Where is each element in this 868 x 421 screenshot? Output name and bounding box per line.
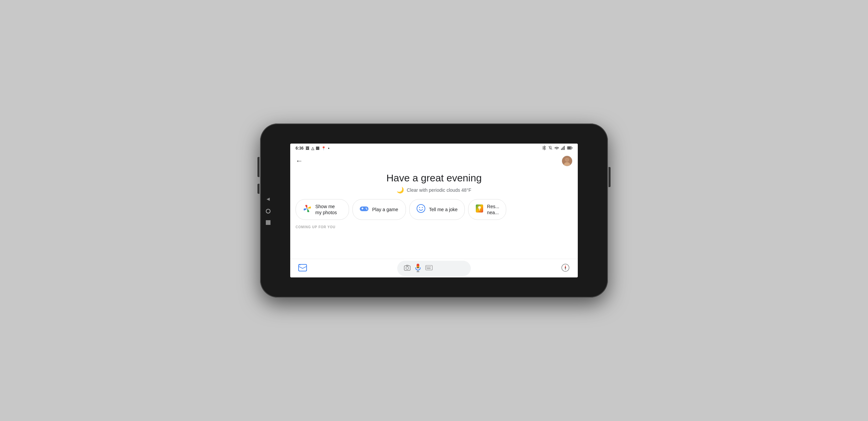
back-button[interactable]: ← (296, 157, 303, 165)
keyboard-icon[interactable] (425, 265, 433, 272)
svg-rect-23 (299, 264, 307, 271)
phone-screen: 6:36 🖼 △ 📍 • (290, 144, 578, 277)
gamepad-icon (360, 205, 369, 214)
svg-rect-43 (428, 268, 428, 268)
svg-point-18 (419, 207, 420, 208)
input-area[interactable] (397, 261, 471, 276)
power-button[interactable] (257, 184, 259, 194)
mute-icon (548, 146, 552, 151)
svg-rect-34 (416, 266, 419, 267)
volume-button[interactable] (257, 157, 259, 177)
svg-point-11 (565, 158, 568, 161)
suggestion-chips: Show me my photos (290, 199, 578, 220)
svg-rect-27 (404, 266, 410, 271)
moon-icon: 🌙 (397, 187, 404, 194)
svg-rect-45 (430, 268, 430, 268)
camera-search-icon[interactable] (404, 265, 411, 272)
svg-point-22 (478, 206, 481, 209)
svg-rect-46 (427, 269, 431, 269)
app-content: ← Have a great evening 🌙 (290, 153, 578, 259)
chip-joke[interactable]: Tell me a joke (409, 199, 465, 220)
bottom-bar (290, 259, 578, 277)
weather-text: Clear with periodic clouds 48°F (407, 188, 471, 193)
svg-point-28 (406, 267, 409, 270)
svg-rect-40 (429, 266, 430, 267)
app-header: ← (290, 153, 578, 169)
signal-icon (561, 146, 565, 150)
phone-device: ◄ 6:36 🖼 △ 📍 • (260, 123, 608, 298)
svg-rect-39 (428, 266, 429, 267)
svg-rect-35 (416, 267, 419, 268)
photo-status-icon: 🖼 (306, 146, 309, 150)
svg-rect-38 (427, 266, 428, 267)
svg-point-19 (422, 207, 423, 208)
chip-restaurants-text: Res... nea... (487, 203, 499, 216)
inbox-icon[interactable] (298, 264, 307, 273)
svg-rect-6 (572, 147, 572, 148)
bluetooth-icon (542, 146, 546, 151)
battery-icon (567, 146, 572, 150)
warning-status-icon: △ (311, 146, 314, 150)
greeting-section: Have a great evening 🌙 Clear with period… (290, 169, 578, 199)
microphone-icon[interactable] (414, 263, 421, 274)
svg-rect-4 (564, 146, 565, 150)
chip-game-text: Play a game (372, 206, 398, 213)
square-status-icon (316, 147, 319, 150)
nav-buttons: ◄ (266, 196, 271, 225)
status-right (542, 146, 572, 151)
right-button[interactable] (609, 167, 611, 187)
svg-rect-14 (362, 207, 363, 209)
chip-game[interactable]: Play a game (352, 199, 406, 220)
svg-point-50 (565, 267, 566, 268)
smiley-icon (416, 204, 426, 215)
status-time: 6:36 (296, 146, 304, 150)
svg-rect-42 (427, 268, 427, 268)
recent-nav-icon[interactable] (266, 220, 271, 225)
greeting-title: Have a great evening (297, 172, 571, 184)
svg-rect-1 (561, 148, 562, 150)
status-bar: 6:36 🖼 △ 📍 • (290, 144, 578, 153)
coming-up-label: COMING UP FOR YOU (290, 220, 578, 230)
pinwheel-icon (303, 204, 312, 215)
maps-status-icon: 📍 (321, 146, 326, 150)
svg-rect-37 (426, 266, 427, 267)
weather-row: 🌙 Clear with periodic clouds 48°F (297, 187, 571, 194)
svg-rect-3 (563, 147, 564, 150)
dot-status-icon: • (328, 146, 329, 150)
chip-photos[interactable]: Show me my photos (296, 199, 349, 220)
svg-rect-2 (562, 147, 563, 150)
chip-restaurants[interactable]: Res... nea... (468, 199, 506, 220)
back-nav-icon[interactable]: ◄ (266, 196, 271, 202)
home-nav-icon[interactable] (266, 209, 271, 214)
svg-rect-31 (417, 264, 419, 266)
svg-point-17 (417, 204, 425, 213)
status-left: 6:36 🖼 △ 📍 • (296, 146, 329, 150)
chip-joke-text: Tell me a joke (429, 206, 458, 213)
avatar-image (562, 156, 572, 166)
svg-rect-41 (430, 266, 431, 267)
svg-point-15 (366, 208, 367, 209)
svg-rect-7 (568, 147, 571, 149)
chip-photos-text: Show me my photos (315, 203, 337, 216)
wifi-icon (554, 146, 559, 150)
maps-chip-icon (475, 204, 484, 215)
svg-rect-44 (429, 268, 429, 268)
compass-icon[interactable] (561, 263, 570, 274)
svg-point-16 (367, 209, 368, 210)
avatar[interactable] (562, 156, 572, 166)
